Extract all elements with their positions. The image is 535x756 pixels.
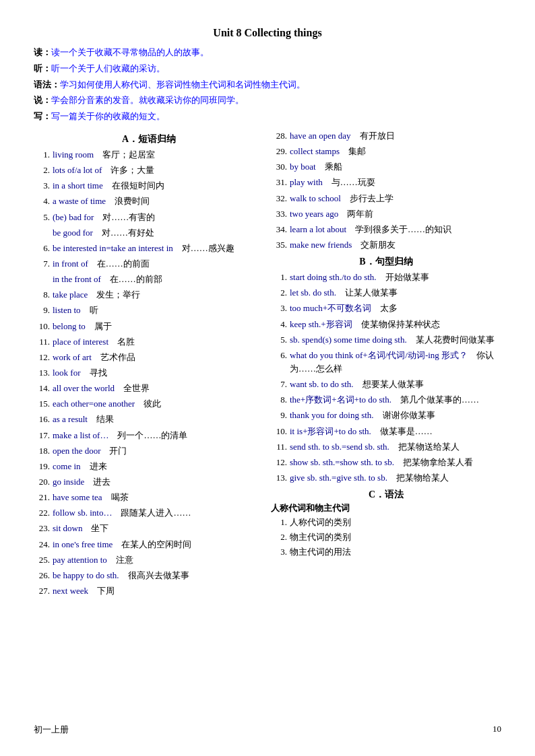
item-english: be happy to do sth. [53, 570, 128, 580]
item-number: 22. [34, 506, 50, 520]
item-english: place of interest [53, 337, 117, 347]
item-english: follow sb. into… [53, 508, 121, 518]
item-number: 14. [34, 382, 50, 395]
sentence-english: too much+不可数名词 [290, 303, 380, 313]
list-item: 28.have an open day 有开放日 [271, 129, 501, 143]
item-english: play with [290, 177, 332, 187]
item-number: 1. [271, 516, 287, 529]
list-item: 27.next week 下周 [34, 584, 264, 598]
sentence-chinese: 把某物送给某人 [398, 442, 460, 452]
item-english: two years ago [290, 209, 347, 219]
sentence-english: let sb. do sth. [290, 287, 345, 298]
item-number: 9. [34, 304, 50, 317]
list-item: 10.it is+形容词+to do sth. 做某事是…… [271, 425, 501, 438]
list-item: 8.take place 发生；举行 [34, 288, 264, 302]
item-english: all over the world [53, 383, 123, 393]
item-english: in a short time [53, 180, 112, 191]
item-number: 17. [34, 429, 50, 442]
item-chinese: 注意 [116, 555, 133, 565]
grammar-section: C．语法 人称代词和物主代词 1.人称代词的类别2.物主代词的类别3.物主代词的… [271, 489, 501, 559]
item-chinese: 发生；举行 [96, 289, 140, 300]
list-item: 29.collect stamps 集邮 [271, 145, 501, 158]
sentence-chinese: 让某人做某事 [345, 287, 398, 298]
list-item: 6.what do you think of+名词/代词/动词-ing 形式？ … [271, 349, 501, 376]
item-number: 6. [271, 349, 287, 362]
item-english: next week [53, 586, 97, 596]
list-item: be good for 对……有好处 [34, 226, 264, 240]
item-number: 30. [271, 160, 287, 174]
item-number: 4. [34, 195, 50, 208]
item-english: sit down [53, 523, 91, 533]
item-english: in the front of [53, 274, 110, 284]
item-english: pay attention to [53, 555, 116, 565]
item-number: 1. [271, 271, 287, 284]
list-item: 7.in front of 在……的前面 [34, 257, 264, 271]
item-chinese: 跟随某人进入…… [121, 508, 191, 518]
list-item: 33.two years ago 两年前 [271, 207, 501, 221]
list-item: 14.all over the world 全世界 [34, 382, 264, 395]
item-number: 1. [34, 148, 50, 162]
item-english: a waste of time [53, 196, 115, 206]
grammar-text: 物主代词的用法 [290, 545, 501, 559]
list-item: 4.a waste of time 浪费时间 [34, 195, 264, 208]
item-number: 19. [34, 460, 50, 473]
intro-line: 写：写一篇关于你的收藏的短文。 [34, 110, 501, 124]
list-item: 9.thank you for doing sth. 谢谢你做某事 [271, 409, 501, 422]
item-english: belong to [53, 321, 94, 331]
item-english: in one's free time [53, 539, 121, 549]
item-number: 2. [34, 164, 50, 177]
item-number: 32. [271, 192, 287, 205]
page-title: Unit 8 Collecting things [34, 27, 501, 39]
sentence-chinese: 开始做某事 [385, 272, 429, 282]
item-english: living room [53, 149, 102, 160]
item-english: in front of [53, 259, 97, 269]
item-english: walk to school [290, 193, 350, 203]
left-column: A．短语归纳 1.living room 客厅；起居室2.lots of/a l… [34, 129, 264, 600]
item-number: 8. [271, 393, 287, 407]
item-number: 5. [34, 211, 50, 224]
grammar-text: 物主代词的类别 [290, 530, 501, 544]
item-number: 13. [34, 366, 50, 380]
sentence-english: start doing sth./to do sth. [290, 272, 385, 282]
item-english: take place [53, 289, 96, 300]
item-number: 6. [34, 242, 50, 255]
item-number: 31. [271, 176, 287, 189]
list-item: 4.keep sth.+形容词 使某物保持某种状态 [271, 318, 501, 331]
list-item: 5.(be) bad for 对……有害的 [34, 211, 264, 224]
vocab-right-list: 28.have an open day 有开放日29.collect stamp… [271, 129, 501, 252]
item-english: make new friends [290, 240, 360, 250]
item-number: 27. [34, 584, 50, 598]
sentence-english: show sb. sth.=show sth. to sb. [290, 457, 403, 467]
intro-line: 读：读一个关于收藏不寻常物品的人的故事。 [34, 46, 501, 60]
item-english: be interested in=take an interest in [53, 243, 182, 253]
list-item: 1.人称代词的类别 [271, 516, 501, 529]
list-item: 25.pay attention to 注意 [34, 553, 264, 567]
item-english: have an open day [290, 131, 360, 141]
item-english: listen to [53, 305, 90, 315]
list-item: 9.listen to 听 [34, 304, 264, 317]
section-b-header: B．句型归纳 [271, 256, 501, 268]
item-number: 12. [34, 351, 50, 364]
sentence-english: sb. spend(s) some time doing sth. [290, 335, 416, 345]
page: Unit 8 Collecting things 读：读一个关于收藏不寻常物品的… [0, 0, 535, 756]
item-number: 23. [34, 522, 50, 535]
item-chinese: 喝茶 [111, 492, 129, 502]
list-item: 12.work of art 艺术作品 [34, 351, 264, 364]
list-item: 3.物主代词的用法 [271, 545, 501, 559]
item-number: 9. [271, 409, 287, 422]
item-number: 25. [34, 553, 50, 567]
sentence-chinese: 太多 [380, 303, 398, 313]
item-number: 35. [271, 238, 287, 252]
item-chinese: 坐下 [91, 523, 108, 533]
list-item: 30.by boat 乘船 [271, 160, 501, 174]
item-number: 11. [34, 335, 50, 349]
sentence-chinese: 想要某人做某事 [363, 379, 424, 389]
item-chinese: 与……玩耍 [332, 177, 375, 187]
grammar-list: 1.人称代词的类别2.物主代词的类别3.物主代词的用法 [271, 516, 501, 559]
list-item: 3.too much+不可数名词 太多 [271, 302, 501, 315]
item-chinese: 步行去上学 [350, 193, 394, 203]
list-item: 20.go inside 进去 [34, 475, 264, 489]
grammar-subtitle: 人称代词和物主代词 [271, 502, 501, 514]
item-chinese: 彼此 [144, 399, 161, 409]
list-item: 2.let sb. do sth. 让某人做某事 [271, 286, 501, 300]
